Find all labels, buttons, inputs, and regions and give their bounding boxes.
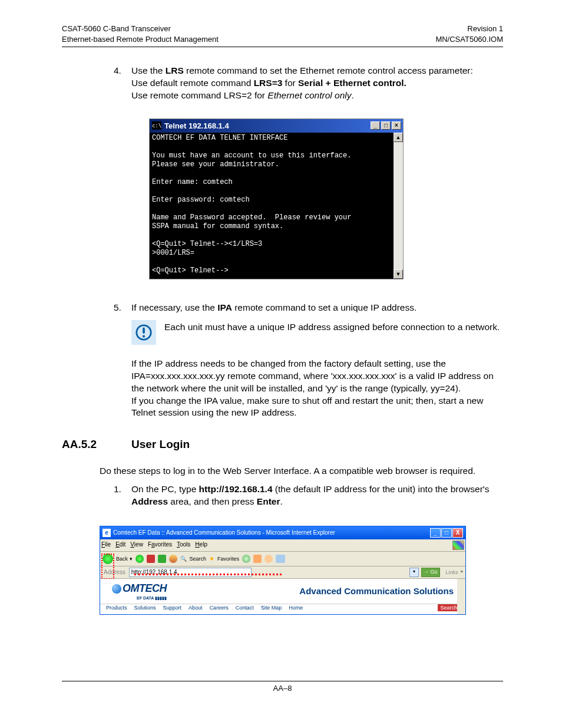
list-number-4: 4. bbox=[62, 65, 131, 279]
banner-text: Advanced Communication Solutions bbox=[299, 585, 454, 597]
search-label: Search bbox=[190, 555, 207, 562]
favorites-icon[interactable]: ★ bbox=[209, 555, 214, 563]
search-icon[interactable]: 🔍 bbox=[180, 555, 187, 562]
browser-addressbar: Address http://192.168.1.4 ▾ → Go Links … bbox=[100, 566, 465, 579]
nav-home[interactable]: Home bbox=[289, 604, 303, 611]
comtech-logo: OMTECH EF DATA ▮▮▮▮▮ bbox=[112, 581, 167, 601]
stop-button[interactable] bbox=[147, 555, 155, 563]
list-body-5: If necessary, use the IPA remote command… bbox=[131, 302, 503, 420]
browser-menubar[interactable]: File Edit View Favorites Tools Help bbox=[100, 539, 465, 552]
nav-support[interactable]: Support bbox=[163, 604, 182, 611]
nav-sitemap[interactable]: Site Map bbox=[261, 604, 282, 611]
list-number-1: 1. bbox=[62, 483, 131, 508]
paragraph: If the IP address needs to be changed fr… bbox=[131, 358, 503, 395]
list-body-4: Use the LRS remote command to set the Et… bbox=[131, 65, 503, 279]
menu-tools[interactable]: Tools bbox=[177, 541, 190, 550]
site-nav[interactable]: Products Solutions Support About Careers… bbox=[100, 604, 465, 611]
browser-title: Comtech EF Data :: Advanced Communicatio… bbox=[113, 529, 429, 537]
list-body-1: On the PC, type http://192.168.1.4 (the … bbox=[131, 483, 503, 508]
header-right: Revision 1MN/CSAT5060.IOM bbox=[435, 24, 503, 44]
print-button[interactable] bbox=[265, 555, 273, 563]
address-dropdown[interactable]: ▾ bbox=[409, 568, 419, 577]
menu-edit[interactable]: Edit bbox=[115, 541, 125, 550]
close-button[interactable]: X bbox=[452, 528, 463, 538]
back-label: Back ▾ bbox=[116, 555, 133, 562]
messenger-button[interactable] bbox=[276, 555, 285, 563]
refresh-button[interactable] bbox=[158, 555, 166, 563]
nav-careers[interactable]: Careers bbox=[210, 604, 229, 611]
section-heading: AA.5.2 User Login bbox=[62, 437, 503, 452]
svg-point-2 bbox=[143, 335, 145, 337]
paragraph: If you change the IPA value, make sure t… bbox=[131, 395, 503, 420]
page-header: CSAT-5060 C-Band TransceiverEthernet-bas… bbox=[62, 24, 503, 47]
scroll-down-button[interactable]: ▼ bbox=[394, 269, 403, 279]
windows-flag-icon bbox=[452, 541, 464, 550]
close-button[interactable]: × bbox=[392, 121, 401, 130]
browser-window: e Comtech EF Data :: Advanced Communicat… bbox=[100, 526, 466, 615]
history-button[interactable] bbox=[242, 555, 250, 563]
forward-button[interactable] bbox=[135, 555, 144, 563]
highlight-marker bbox=[101, 554, 114, 579]
cmd-icon: c:\ bbox=[152, 121, 161, 130]
note-text: Each unit must have a unique IP address … bbox=[164, 320, 503, 334]
browser-content: OMTECH EF DATA ▮▮▮▮▮ Advanced Communicat… bbox=[100, 579, 465, 614]
nav-contact[interactable]: Contact bbox=[236, 604, 254, 611]
nav-search[interactable]: Search bbox=[438, 604, 459, 611]
browser-titlebar: e Comtech EF Data :: Advanced Communicat… bbox=[100, 526, 465, 539]
mail-button[interactable] bbox=[253, 555, 262, 563]
content-scrollbar[interactable] bbox=[457, 579, 465, 614]
maximize-button[interactable]: □ bbox=[381, 121, 391, 130]
nav-products[interactable]: Products bbox=[106, 604, 127, 611]
telnet-scrollbar[interactable]: ▲ ▼ bbox=[394, 133, 403, 279]
nav-solutions[interactable]: Solutions bbox=[134, 604, 156, 611]
scroll-track[interactable] bbox=[394, 142, 403, 269]
telnet-window: c:\ Telnet 192.168.1.4 _ □ × COMTECH EF … bbox=[149, 118, 404, 279]
menu-view[interactable]: View bbox=[130, 541, 143, 550]
telnet-terminal[interactable]: COMTECH EF DATA TELNET INTERFACE You mus… bbox=[150, 133, 394, 279]
maximize-button[interactable]: □ bbox=[441, 528, 452, 538]
nav-about[interactable]: About bbox=[189, 604, 203, 611]
ie-icon: e bbox=[103, 529, 111, 537]
list-number-5: 5. bbox=[62, 302, 131, 420]
minimize-button[interactable]: _ bbox=[371, 121, 380, 130]
header-left: CSAT-5060 C-Band TransceiverEthernet-bas… bbox=[62, 24, 219, 44]
menu-help[interactable]: Help bbox=[195, 541, 207, 550]
menu-file[interactable]: File bbox=[101, 541, 111, 550]
page-footer: AA–8 bbox=[62, 681, 503, 693]
links-label[interactable]: Links bbox=[446, 569, 458, 576]
home-button[interactable] bbox=[169, 555, 177, 563]
browser-toolbar[interactable]: Back ▾ 🔍 Search ★ Favorites bbox=[100, 552, 465, 566]
section-intro: Do these steps to log in to the Web Serv… bbox=[100, 465, 503, 477]
svg-rect-1 bbox=[143, 327, 145, 333]
highlight-marker bbox=[134, 574, 282, 577]
menu-favorites[interactable]: Favorites bbox=[148, 541, 172, 550]
important-icon bbox=[131, 320, 156, 345]
scroll-up-button[interactable]: ▲ bbox=[394, 133, 403, 142]
telnet-titlebar: c:\ Telnet 192.168.1.4 _ □ × bbox=[150, 119, 403, 133]
telnet-title: Telnet 192.168.1.4 bbox=[164, 121, 369, 131]
favorites-label: Favorites bbox=[217, 555, 239, 562]
go-button[interactable]: → Go bbox=[421, 568, 440, 577]
globe-icon bbox=[112, 584, 121, 594]
minimize-button[interactable]: _ bbox=[430, 528, 441, 538]
